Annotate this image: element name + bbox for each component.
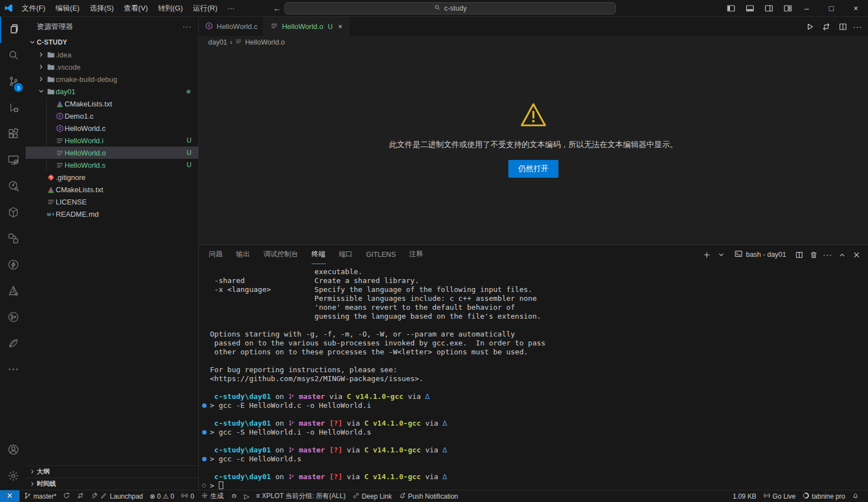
panel-tab-输出[interactable]: 输出: [236, 245, 250, 264]
menu-item-0[interactable]: 文件(F): [17, 0, 51, 17]
open-changes-button[interactable]: [820, 22, 833, 31]
breadcrumb[interactable]: day01 › HelloWorld.o: [199, 36, 868, 48]
tree-item-.gitignore[interactable]: .gitignore: [26, 171, 198, 183]
activity-settings[interactable]: [0, 464, 26, 490]
breadcrumb-folder[interactable]: day01: [208, 38, 227, 46]
activity-git-graph[interactable]: [0, 305, 26, 331]
close-panel-button[interactable]: [851, 251, 861, 259]
tree-item-HelloWorld.i[interactable]: HelloWorld.iU: [26, 134, 198, 147]
activity-cmake-tools[interactable]: [0, 279, 26, 305]
menu-item-2[interactable]: 选择(S): [85, 0, 119, 17]
activity-account[interactable]: [0, 437, 26, 464]
command-decoration[interactable]: [202, 403, 207, 408]
cmake-build-status[interactable]: 生成: [198, 490, 227, 502]
deep-link-status[interactable]: Deep Link: [349, 490, 395, 502]
run-file-button[interactable]: [803, 22, 816, 31]
tree-item-day01[interactable]: day01: [26, 85, 198, 98]
tree-item-HelloWorld.o[interactable]: HelloWorld.oU: [26, 147, 198, 159]
toggle-panel-button[interactable]: [743, 4, 757, 13]
tree-item-CMakeLists.txt[interactable]: CMakeLists.txt: [26, 98, 198, 110]
close-button[interactable]: ×: [844, 0, 868, 17]
maximize-panel-button[interactable]: [837, 251, 847, 259]
panel-tab-GITLENS[interactable]: GITLENS: [366, 245, 396, 264]
feedback-status[interactable]: 0: [178, 490, 198, 502]
command-decoration[interactable]: [202, 484, 206, 488]
menu-item-5[interactable]: 运行(R): [188, 0, 222, 17]
run-task-status[interactable]: ▷: [241, 490, 253, 502]
terminal[interactable]: executable. -shared Create a shared libr…: [199, 264, 868, 490]
terminal-instance[interactable]: bash - day01: [731, 250, 789, 260]
toggle-secondary-sidebar-button[interactable]: [762, 4, 776, 13]
tree-item-HelloWorld.c[interactable]: CHelloWorld.c: [26, 122, 198, 134]
tabnine-status[interactable]: tabnine pro: [799, 490, 849, 502]
panel-tab-注释[interactable]: 注释: [409, 245, 423, 264]
activity-explorer[interactable]: [0, 17, 26, 43]
git-graph-icon: [7, 310, 20, 326]
activity-search[interactable]: [0, 43, 26, 69]
xplot-status[interactable]: ≡ XPLOT 当前分组: 所有(ALL): [253, 490, 349, 502]
activity-gitlens[interactable]: [0, 174, 26, 200]
kill-terminal-button[interactable]: [808, 251, 818, 259]
activity-live-share[interactable]: [0, 226, 26, 252]
command-decoration[interactable]: [202, 430, 207, 435]
menu-item-4[interactable]: 转到(G): [153, 0, 188, 17]
file-size-status[interactable]: 1.09 KB: [729, 490, 760, 502]
close-tab-button[interactable]: ×: [338, 22, 342, 31]
command-decoration[interactable]: [202, 457, 207, 461]
tree-item-README.md[interactable]: MREADME.md: [26, 208, 198, 220]
menu-item-1[interactable]: 编辑(E): [51, 0, 85, 17]
activity-run-debug[interactable]: [0, 95, 26, 121]
terminal-dropdown-button[interactable]: [717, 251, 727, 259]
activity-leaf-tools[interactable]: [0, 331, 26, 357]
problems-status[interactable]: ⊗ 0 ⚠ 0: [146, 490, 178, 502]
tree-item-HelloWorld.s[interactable]: HelloWorld.sU: [26, 159, 198, 171]
panel-tab-调试控制台[interactable]: 调试控制台: [263, 245, 298, 264]
sidebar-section-0[interactable]: 大纲: [26, 465, 198, 477]
more-actions-button[interactable]: ···: [823, 250, 832, 259]
customize-layout-button[interactable]: [781, 4, 795, 13]
settings-icon: [7, 469, 20, 485]
tree-item-.vscode[interactable]: .vscode: [26, 61, 198, 73]
split-editor-button[interactable]: [836, 22, 850, 31]
panel-tab-端口[interactable]: 端口: [339, 245, 353, 264]
launchpad-status[interactable]: Launchpad: [87, 490, 146, 502]
git-sync-status[interactable]: [60, 490, 73, 502]
activity-more[interactable]: [0, 357, 26, 383]
menu-item-3[interactable]: 查看(V): [119, 0, 153, 17]
tree-item-CMakeLists.txt[interactable]: CMakeLists.txt: [26, 183, 198, 196]
remote-status[interactable]: [0, 490, 19, 502]
sidebar-more-button[interactable]: ···: [183, 22, 192, 31]
tab-HelloWorld.c[interactable]: CHelloWorld.c: [199, 17, 264, 36]
more-actions-button[interactable]: ···: [853, 22, 862, 31]
go-live-status[interactable]: Go Live: [760, 490, 799, 502]
git-branch-status[interactable]: master*: [21, 490, 60, 502]
sidebar-section-1[interactable]: 时间线: [26, 477, 198, 490]
command-center-search[interactable]: c-study: [285, 2, 616, 14]
push-notification-status[interactable]: Push Notification: [395, 490, 462, 502]
activity-remote-explorer[interactable]: [0, 148, 26, 174]
tree-item-LICENSE[interactable]: LICENSE: [26, 196, 198, 208]
activity-extensions[interactable]: [0, 121, 26, 148]
new-terminal-button[interactable]: [702, 251, 712, 259]
panel-tab-问题[interactable]: 问题: [209, 245, 223, 264]
menu-item-6[interactable]: ···: [222, 0, 239, 17]
panel-tab-终端[interactable]: 终端: [312, 245, 326, 264]
maximize-button[interactable]: □: [819, 0, 844, 17]
back-button[interactable]: ←: [273, 3, 281, 13]
tree-item-Demo1.c[interactable]: CDemo1.c: [26, 110, 198, 122]
split-terminal-button[interactable]: [794, 251, 804, 259]
debug-target-status[interactable]: [227, 490, 241, 502]
tree-item-C-STUDY[interactable]: C-STUDY: [26, 36, 198, 48]
git-compare-status[interactable]: [73, 490, 87, 502]
open-anyway-button[interactable]: 仍然打开: [508, 160, 558, 178]
notifications-status[interactable]: [849, 490, 862, 502]
tab-HelloWorld.o[interactable]: HelloWorld.oU×: [264, 17, 349, 36]
activity-thunder-client[interactable]: [0, 252, 26, 279]
minimize-button[interactable]: –: [795, 0, 819, 17]
activity-package[interactable]: [0, 200, 26, 226]
toggle-sidebar-button[interactable]: [724, 4, 738, 13]
tree-item-.idea[interactable]: .idea: [26, 48, 198, 61]
breadcrumb-file[interactable]: HelloWorld.o: [245, 38, 285, 46]
activity-source-control[interactable]: 3: [0, 69, 26, 95]
tree-item-cmake-build-debug[interactable]: cmake-build-debug: [26, 73, 198, 85]
